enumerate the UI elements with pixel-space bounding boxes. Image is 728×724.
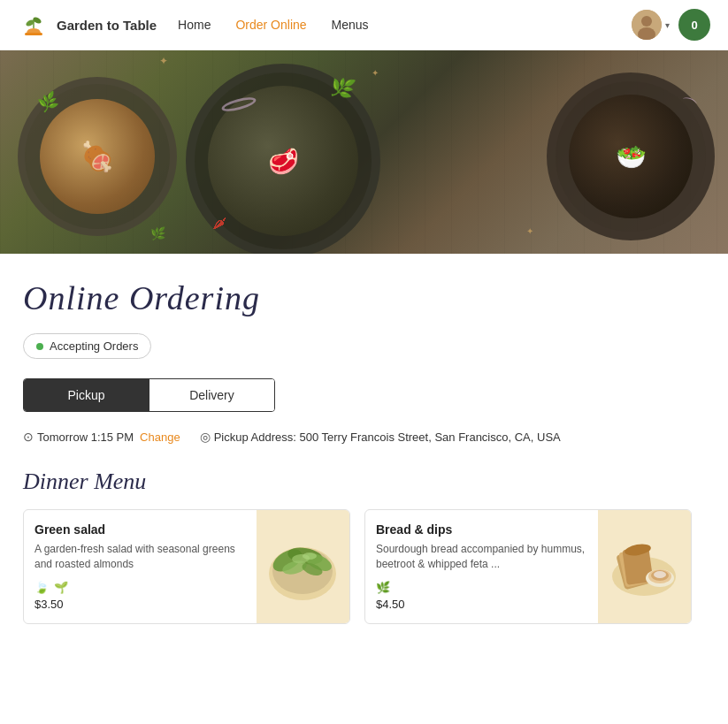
- time-info: ⊙ Tomorrow 1:15 PM Change: [23, 430, 180, 444]
- location-icon: ◎: [200, 430, 211, 444]
- address-info: ◎ Pickup Address: 500 Terry Francois Str…: [200, 430, 561, 444]
- change-link[interactable]: Change: [140, 431, 180, 444]
- menu-card-image-salad: [257, 510, 349, 623]
- order-info: ⊙ Tomorrow 1:15 PM Change ◎ Pickup Addre…: [23, 430, 705, 444]
- svg-point-6: [641, 16, 652, 27]
- menu-item-icons: 🍃 🌱: [34, 581, 246, 594]
- status-dot: [36, 343, 43, 350]
- nav-menus[interactable]: Menus: [332, 18, 369, 32]
- header: Garden to Table Home Order Online Menus …: [0, 0, 728, 50]
- nav-home[interactable]: Home: [178, 18, 211, 32]
- dietary-icon-2: 🌱: [54, 581, 68, 594]
- avatar: [632, 10, 662, 40]
- time-label: Tomorrow 1:15 PM: [37, 431, 134, 444]
- menu-item-name: Bread & dips: [376, 522, 587, 537]
- avatar-image: [632, 10, 662, 40]
- pickup-button[interactable]: Pickup: [24, 379, 149, 411]
- bread-illustration: [602, 525, 686, 609]
- cart-button[interactable]: 0: [678, 9, 710, 41]
- menu-item-icons: 🌿: [376, 581, 587, 594]
- menu-card-image-bread: [598, 510, 691, 623]
- menu-item-desc: Sourdough bread accompanied by hummus, b…: [376, 542, 587, 574]
- status-label: Accepting Orders: [50, 339, 138, 353]
- nav: Home Order Online Menus: [178, 18, 632, 32]
- page-title: Online Ordering: [23, 278, 705, 317]
- menu-section-title: Dinner Menu: [23, 469, 705, 495]
- clock-icon: ⊙: [23, 430, 34, 444]
- status-badge: Accepting Orders: [23, 333, 151, 359]
- hero-image: 🍖 🌿 🥩 🌿 🌶 🥗 ⌒ ✦ ✦ 🌿 ✦: [0, 50, 728, 254]
- main-content: Online Ordering Accepting Orders Pickup …: [0, 254, 728, 642]
- address-label: Pickup Address: 500 Terry Francois Stree…: [214, 431, 561, 444]
- menu-grid: Green salad A garden-fresh salad with se…: [23, 509, 705, 624]
- menu-item-name: Green salad: [34, 522, 246, 537]
- logo-area[interactable]: Garden to Table: [18, 9, 157, 41]
- delivery-button[interactable]: Delivery: [149, 379, 274, 411]
- svg-point-16: [303, 553, 317, 560]
- nav-order-online[interactable]: Order Online: [235, 18, 306, 32]
- cart-count: 0: [691, 19, 697, 32]
- svg-point-25: [654, 571, 666, 578]
- menu-card-info: Green salad A garden-fresh salad with se…: [24, 510, 257, 623]
- menu-card-green-salad[interactable]: Green salad A garden-fresh salad with se…: [23, 509, 350, 624]
- salad-illustration: [261, 525, 345, 609]
- menu-item-price: $3.50: [34, 598, 246, 611]
- order-type-toggle: Pickup Delivery: [23, 378, 275, 412]
- logo-text: Garden to Table: [57, 18, 157, 33]
- header-right: ▾ 0: [632, 9, 710, 41]
- dietary-icon-1: 🌿: [376, 581, 390, 594]
- logo-icon: [18, 9, 50, 41]
- menu-card-bread-dips[interactable]: Bread & dips Sourdough bread accompanied…: [364, 509, 692, 624]
- menu-item-desc: A garden-fresh salad with seasonal green…: [34, 542, 246, 574]
- avatar-area[interactable]: ▾: [632, 10, 670, 40]
- chevron-down-icon: ▾: [665, 20, 670, 30]
- menu-item-price: $4.50: [376, 598, 587, 611]
- dietary-icon-1: 🍃: [34, 581, 49, 594]
- menu-card-info: Bread & dips Sourdough bread accompanied…: [365, 510, 598, 623]
- svg-rect-1: [25, 33, 42, 35]
